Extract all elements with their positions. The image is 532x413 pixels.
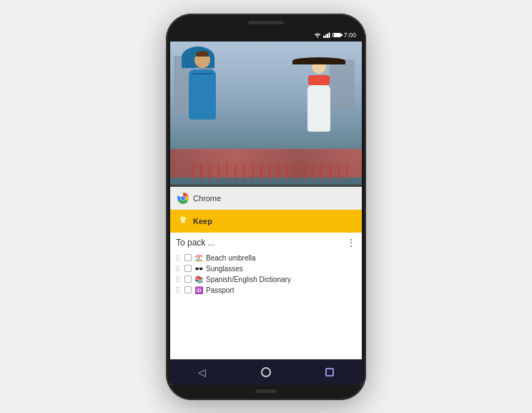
checkbox-3[interactable] xyxy=(184,276,192,283)
drag-handle-1[interactable] xyxy=(176,255,182,261)
chrome-app-header[interactable]: Chrome xyxy=(170,187,362,210)
person-left xyxy=(184,52,242,167)
keep-card-body: To pack ... ⋮ 🏖️ Beach umbrella xyxy=(170,233,362,359)
keep-icon xyxy=(177,215,189,227)
battery-icon xyxy=(332,33,341,37)
recents-overlay: Chrome Keep To pack ... ⋮ xyxy=(170,187,362,385)
phone-frame: 7:00 xyxy=(166,14,366,400)
checkbox-1[interactable] xyxy=(184,254,192,261)
item-2-text: Sunglasses xyxy=(206,265,243,273)
list-item-3: 📚 Spanish/English Dictionary xyxy=(176,274,356,285)
back-icon: ◁ xyxy=(198,366,206,378)
video-scene xyxy=(170,42,362,185)
phone-home-btn xyxy=(255,389,277,393)
nav-bar: ◁ xyxy=(170,359,362,385)
item-2-emoji: 🕶️ xyxy=(194,265,203,273)
svg-rect-2 xyxy=(325,34,327,38)
drag-handle-4[interactable] xyxy=(176,287,182,293)
person-right xyxy=(294,59,344,167)
item-3-text: Spanish/English Dictionary xyxy=(206,276,291,283)
checkbox-4[interactable] xyxy=(184,286,192,293)
item-3-emoji: 📚 xyxy=(194,276,203,283)
checkbox-2[interactable] xyxy=(184,265,192,272)
chrome-icon xyxy=(177,193,189,204)
phone-screen: 7:00 xyxy=(170,29,362,385)
item-1-text: Beach umbrella xyxy=(206,254,255,262)
list-item-4: 🆔 Passport xyxy=(176,285,356,296)
keep-app-header[interactable]: Keep xyxy=(170,210,362,233)
svg-point-0 xyxy=(317,37,318,37)
home-icon xyxy=(261,367,271,377)
status-time: 7:00 xyxy=(343,31,356,39)
status-icons: 7:00 xyxy=(314,31,356,39)
svg-rect-10 xyxy=(182,224,184,225)
wifi-icon xyxy=(314,32,321,38)
item-4-text: Passport xyxy=(206,286,234,294)
chrome-app-label: Chrome xyxy=(193,194,221,203)
keep-note-title-row: To pack ... ⋮ xyxy=(176,237,356,248)
nav-home-button[interactable] xyxy=(255,361,277,383)
svg-rect-4 xyxy=(329,32,330,38)
drag-handle-2[interactable] xyxy=(176,266,182,271)
video-area xyxy=(170,42,362,185)
more-options-icon[interactable]: ⋮ xyxy=(346,237,356,248)
keep-app-label: Keep xyxy=(193,217,212,225)
phone-speaker xyxy=(248,21,284,24)
svg-rect-3 xyxy=(327,34,328,38)
list-item-1: 🏖️ Beach umbrella xyxy=(176,253,356,263)
svg-rect-9 xyxy=(182,223,185,224)
drag-handle-3[interactable] xyxy=(176,276,182,282)
svg-rect-1 xyxy=(323,36,325,38)
item-4-emoji: 🆔 xyxy=(194,286,203,294)
keep-note-title: To pack ... xyxy=(176,238,215,248)
recents-icon xyxy=(325,368,334,376)
item-1-emoji: 🏖️ xyxy=(194,254,203,262)
list-item-2: 🕶️ Sunglasses xyxy=(176,263,356,274)
nav-recents-button[interactable] xyxy=(319,361,340,383)
signal-icon xyxy=(323,32,330,38)
status-bar: 7:00 xyxy=(170,29,362,42)
svg-point-7 xyxy=(181,196,185,200)
nav-back-button[interactable]: ◁ xyxy=(192,361,213,383)
